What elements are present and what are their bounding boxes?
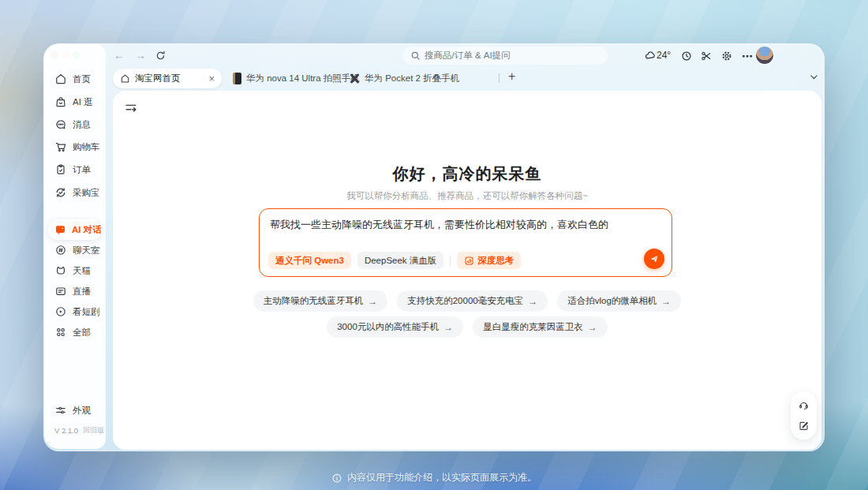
divider: [450, 255, 451, 266]
feedback-icon[interactable]: [798, 420, 810, 432]
collapse-sidebar-button[interactable]: [124, 101, 138, 115]
play-circle-icon: [54, 305, 67, 318]
chip-label: 支持快充的20000毫安充电宝: [407, 295, 523, 307]
arrow-right-icon: →: [443, 322, 453, 333]
app-window: ← → 搜商品/订单 & AI提问 24°: [43, 43, 825, 451]
greeting-title: 你好，高冷的呆呆鱼: [113, 163, 821, 185]
suggestion-chip[interactable]: 支持快充的20000毫安充电宝 →: [397, 290, 548, 312]
sidebar-item-ai-chat[interactable]: AI 对话: [44, 220, 106, 239]
suggestion-chip[interactable]: 主动降噪的无线蓝牙耳机 →: [253, 290, 388, 312]
model-qwen-pill[interactable]: 通义千问 Qwen3: [268, 252, 351, 269]
nav-forward-button[interactable]: →: [133, 48, 148, 62]
chevron-down-icon: [809, 72, 819, 82]
search-icon: [410, 50, 421, 61]
back-arrow-icon: ←: [114, 49, 125, 62]
sidebar-item-tmall[interactable]: 天猫: [44, 261, 106, 280]
settings-button[interactable]: [720, 50, 734, 62]
live-screen-icon: [54, 285, 67, 297]
customer-service-icon[interactable]: [798, 399, 810, 411]
floating-toolbar: [791, 391, 817, 440]
new-tab-button[interactable]: +: [508, 69, 515, 84]
sidebar-item-label: 全部: [73, 327, 91, 339]
nav-back-button[interactable]: ←: [112, 48, 126, 62]
arrow-right-icon: →: [368, 296, 377, 307]
collapse-icon: [124, 101, 138, 115]
search-input[interactable]: 搜商品/订单 & AI提问: [402, 47, 608, 65]
sidebar-item-ai-shop[interactable]: AI 逛: [44, 92, 106, 111]
more-menu-button[interactable]: ⋯: [740, 50, 754, 62]
chip-label: 适合拍vlog的微单相机: [567, 295, 657, 307]
nav-reload-button[interactable]: [153, 48, 167, 62]
chat-bubble-icon: [54, 118, 67, 131]
tab-taobao-home[interactable]: 淘宝网首页 ×: [113, 69, 222, 88]
message-composer: 帮我找一些主动降噪的无线蓝牙耳机，需要性价比相对较高的，喜欢白色的 通义千问 Q…: [259, 208, 672, 277]
paper-plane-icon: [649, 253, 660, 264]
model-label: DeepSeek 满血版: [365, 255, 436, 267]
weather-button[interactable]: [643, 50, 657, 62]
deep-think-icon: [464, 256, 474, 266]
chip-label: 3000元以内的高性能手机: [337, 321, 439, 333]
shopping-bag-icon: [54, 95, 67, 108]
sidebar-item-label: 购物车: [73, 141, 100, 153]
suggestion-row: 3000元以内的高性能手机 → 显白显瘦的克莱因蓝卫衣 →: [113, 316, 821, 338]
chip-label: 显白显瘦的克莱因蓝卫衣: [483, 321, 583, 333]
info-icon: [331, 473, 342, 484]
sidebar-item-label: 首页: [73, 73, 91, 85]
sidebar-item-label: 天猫: [73, 265, 91, 277]
sidebar-item-label: AI 对话: [72, 224, 102, 236]
search-placeholder: 搜商品/订单 & AI提问: [425, 50, 511, 62]
cart-icon: [54, 140, 67, 153]
version-number: V 2.1.0: [54, 426, 78, 435]
history-button[interactable]: [679, 50, 694, 62]
tab-huawei-pocket[interactable]: 华为 Pocket 2 折叠手机: [350, 69, 459, 88]
chip-label: 主动降噪的无线蓝牙耳机: [264, 295, 364, 307]
sidebar-item-label: 看短剧: [73, 306, 100, 318]
deep-think-toggle[interactable]: 深度思考: [457, 252, 521, 269]
message-input[interactable]: 帮我找一些主动降噪的无线蓝牙耳机，需要性价比相对较高的，喜欢白色的: [270, 217, 635, 233]
sidebar-item-short-drama[interactable]: 看短剧: [44, 302, 106, 321]
sidebar-item-appearance[interactable]: 外观: [44, 401, 106, 420]
reload-icon: [155, 50, 166, 62]
clock-icon: [680, 50, 693, 62]
arrow-right-icon: →: [661, 296, 671, 307]
clipboard-icon: [54, 163, 67, 176]
sidebar-item-orders[interactable]: 订单: [44, 160, 106, 179]
tab-close-icon[interactable]: ×: [208, 73, 215, 84]
suggestion-chip[interactable]: 3000元以内的高性能手机 →: [327, 316, 463, 338]
sidebar-item-label: 聊天室: [73, 245, 100, 256]
hash-circle-icon: [54, 244, 67, 256]
model-deepseek-pill[interactable]: DeepSeek 满血版: [357, 252, 443, 269]
scissors-icon: [700, 50, 713, 62]
sidebar-item-caigoubao[interactable]: 采购宝: [44, 183, 106, 202]
arrow-right-icon: →: [588, 322, 597, 333]
send-button[interactable]: [644, 249, 664, 269]
desktop-wallpaper: ← → 搜商品/订单 & AI提问 24°: [0, 0, 868, 490]
tab-divider: [499, 73, 499, 83]
sidebar-item-live[interactable]: 直播: [44, 282, 106, 301]
old-version-link[interactable]: 回旧版: [83, 425, 104, 436]
footer-notice: 内容仅用于功能介绍，以实际页面展示为准。: [0, 471, 868, 484]
sidebar-item-messages[interactable]: 消息: [44, 115, 106, 134]
version-info: V 2.1.0 回旧版: [54, 425, 104, 436]
home-icon: [120, 73, 130, 84]
greeting-subtitle: 我可以帮你分析商品、推荐商品，还可以帮你解答各种问题~: [113, 190, 821, 202]
sidebar-item-cart[interactable]: 购物车: [44, 137, 106, 156]
tab-list-button[interactable]: [809, 72, 819, 82]
sidebar-item-label: 订单: [73, 164, 91, 176]
suggestion-chip[interactable]: 显白显瘦的克莱因蓝卫衣 →: [473, 316, 608, 338]
suggestion-chip[interactable]: 适合拍vlog的微单相机 →: [557, 290, 681, 312]
sidebar-item-home[interactable]: 首页: [44, 69, 106, 88]
sidebar: 首页 AI 逛 消息 购物车 订单 采购宝: [44, 44, 106, 449]
grid-icon: [54, 326, 67, 339]
sliders-icon: [54, 404, 67, 417]
sidebar-item-all[interactable]: 全部: [44, 323, 106, 342]
product-thumbnail: [233, 73, 241, 84]
home-icon: [54, 73, 67, 85]
screenshot-button[interactable]: [699, 50, 713, 62]
forward-arrow-icon: →: [135, 49, 146, 62]
temperature-label: 24°: [657, 50, 671, 61]
avatar[interactable]: [756, 47, 773, 64]
notice-text: 内容仅用于功能介绍，以实际页面展示为准。: [347, 471, 537, 484]
deep-think-label: 深度思考: [477, 255, 514, 267]
sidebar-item-chatroom[interactable]: 聊天室: [44, 241, 106, 260]
